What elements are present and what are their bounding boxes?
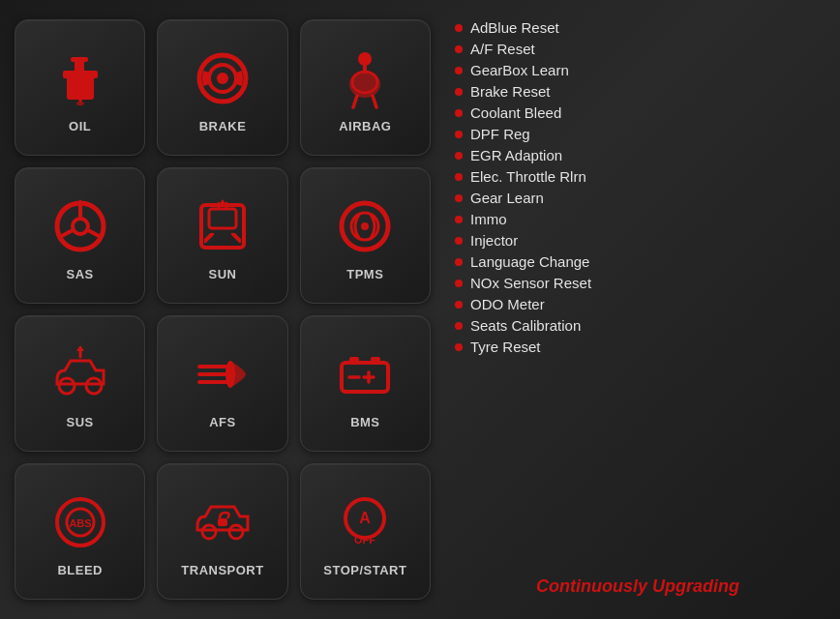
svg-point-8 (358, 52, 372, 66)
feature-item: Immo (455, 211, 821, 227)
feature-label: Coolant Bleed (470, 104, 561, 121)
bms-label: BMS (350, 415, 379, 429)
feature-item: AdBlue Reset (455, 19, 821, 36)
feature-label: NOx Sensor Reset (470, 275, 591, 291)
svg-rect-21 (209, 209, 236, 228)
grid-item-bleed[interactable]: ABS BLEED (15, 463, 145, 600)
feature-item: Tyre Reset (455, 339, 821, 355)
feature-item: Brake Reset (455, 83, 821, 100)
sus-label: SUS (67, 415, 94, 429)
feature-item: Injector (455, 232, 821, 249)
feature-label: GearBox Learn (470, 62, 569, 78)
bullet-icon (455, 173, 463, 181)
bullet-icon (455, 301, 463, 309)
grid-item-brake[interactable]: BRAKE (157, 19, 287, 156)
grid-item-transport[interactable]: TRANSPORT (157, 463, 287, 600)
feature-item: NOx Sensor Reset (455, 275, 821, 291)
svg-point-26 (59, 378, 75, 394)
features-list: AdBlue ResetA/F ResetGearBox LearnBrake … (455, 19, 821, 355)
oil-icon (45, 44, 115, 113)
feature-label: Gear Learn (470, 190, 544, 206)
feature-item: A/F Reset (455, 41, 821, 57)
bullet-icon (455, 258, 463, 266)
grid-panel: OIL BRAKE (0, 0, 445, 619)
svg-marker-22 (219, 199, 226, 205)
oil-label: OIL (69, 119, 91, 133)
feature-item: Gear Learn (455, 190, 821, 206)
svg-line-18 (88, 230, 101, 237)
bullet-icon (455, 194, 463, 202)
feature-item: Language Change (455, 253, 821, 270)
feature-label: DPF Reg (470, 126, 530, 142)
bullet-icon (455, 322, 463, 330)
feature-label: Brake Reset (470, 83, 551, 100)
svg-point-15 (73, 219, 88, 234)
feature-item: ODO Meter (455, 296, 821, 312)
grid-item-stopstart[interactable]: A OFF STOP/START (300, 463, 431, 600)
bullet-icon (455, 131, 463, 138)
grid-item-sas[interactable]: SAS (15, 167, 145, 304)
tpms-label: TPMS (346, 267, 383, 281)
feature-label: Tyre Reset (470, 339, 541, 355)
svg-rect-45 (218, 518, 227, 526)
bullet-icon (455, 88, 463, 96)
feature-label: Seats Calibration (470, 317, 581, 334)
grid-item-airbag[interactable]: AIRBAG (300, 19, 431, 156)
feature-item: DPF Reg (455, 126, 821, 142)
svg-point-7 (217, 73, 228, 84)
grid-item-sun[interactable]: SUN (157, 167, 287, 304)
feature-item: Seats Calibration (455, 317, 821, 334)
feature-label: A/F Reset (470, 41, 535, 57)
bleed-icon: ABS (45, 487, 115, 557)
grid-item-oil[interactable]: OIL (15, 19, 145, 156)
grid-item-tpms[interactable]: TPMS (300, 167, 431, 304)
sus-icon (45, 339, 115, 409)
brake-label: BRAKE (199, 119, 247, 133)
svg-marker-29 (76, 345, 84, 351)
feature-item: GearBox Learn (455, 62, 821, 78)
bullet-icon (455, 109, 463, 117)
afs-label: AFS (209, 415, 236, 429)
svg-text:A: A (360, 510, 372, 526)
airbag-icon (330, 44, 400, 113)
svg-line-12 (353, 96, 357, 107)
bullet-icon (455, 280, 463, 287)
feature-label: Immo (470, 211, 507, 227)
bullet-icon (455, 343, 463, 351)
sun-label: SUN (209, 267, 237, 281)
svg-point-27 (86, 378, 102, 394)
bullet-icon (455, 67, 463, 74)
sas-icon (45, 192, 115, 261)
transport-label: TRANSPORT (181, 563, 263, 577)
bullet-icon (455, 24, 463, 32)
right-panel: AdBlue ResetA/F ResetGearBox LearnBrake … (445, 0, 840, 619)
feature-label: EGR Adaption (470, 147, 562, 163)
feature-label: AdBlue Reset (470, 19, 559, 36)
bullet-icon (455, 237, 463, 245)
svg-rect-35 (349, 357, 359, 365)
grid-item-bms[interactable]: BMS (300, 315, 431, 452)
feature-label: Elec. Throttle Rlrn (470, 168, 586, 185)
svg-point-44 (229, 525, 243, 539)
airbag-label: AIRBAG (339, 119, 391, 133)
sas-label: SAS (67, 267, 94, 281)
stopstart-icon: A OFF (330, 487, 400, 557)
stopstart-label: STOP/START (323, 563, 406, 577)
bullet-icon (455, 45, 463, 53)
afs-icon (188, 339, 257, 409)
svg-rect-36 (371, 357, 380, 365)
svg-line-17 (60, 230, 73, 237)
svg-rect-3 (71, 57, 88, 62)
svg-point-25 (361, 222, 369, 230)
feature-item: EGR Adaption (455, 147, 821, 163)
grid-item-afs[interactable]: AFS (157, 315, 287, 452)
upgrading-text: Continuously Upgrading (455, 569, 821, 604)
sun-icon (188, 192, 257, 261)
svg-text:ABS: ABS (69, 517, 91, 529)
feature-item: Coolant Bleed (455, 104, 821, 121)
feature-item: Elec. Throttle Rlrn (455, 168, 821, 185)
bleed-label: BLEED (57, 563, 103, 577)
bullet-icon (455, 152, 463, 160)
tpms-icon (330, 192, 400, 261)
grid-item-sus[interactable]: SUS (15, 315, 145, 452)
